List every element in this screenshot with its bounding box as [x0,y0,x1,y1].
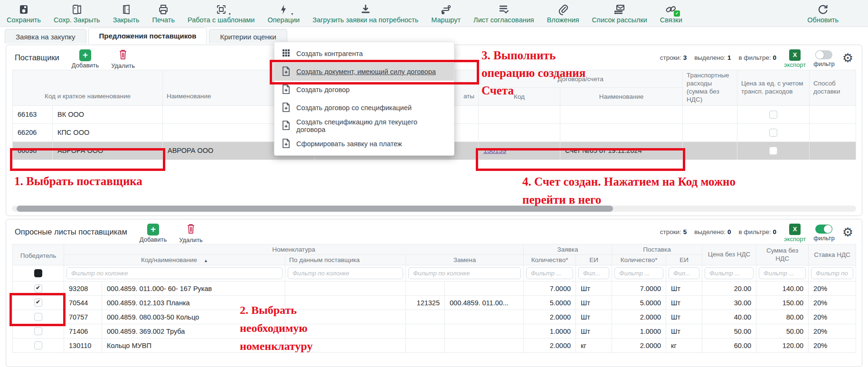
rows-count: 3 [683,54,687,61]
col-supply-unit[interactable]: ЕИ [666,255,702,265]
selected-count: 1 [727,54,731,61]
tab-supplier-offers[interactable]: Предложения поставщиков [88,28,208,44]
save-close-icon [71,3,83,15]
toggle-off-icon [815,50,832,59]
invoice-code-link[interactable]: 130139 [483,147,506,154]
save-icon [18,3,29,15]
price-include-checkbox[interactable] [769,129,777,137]
col-price-with-transport[interactable]: Цена за ед. с учетом трансп. расходов [737,70,810,106]
filter-input-code-name[interactable] [66,267,283,279]
filter-input-price[interactable] [705,267,754,279]
filter-toggle-on[interactable]: фильтр [813,225,834,242]
quote-row[interactable]: 70544000.4859. 012.103 Планка 121325000.… [13,296,856,310]
settings-gear-icon[interactable]: ⚙ [842,52,853,64]
winner-checkbox[interactable] [34,284,42,292]
printer-icon [158,3,169,15]
print-button[interactable]: Печать [152,3,175,24]
filter-input-supply-unit[interactable] [669,267,699,279]
col-group-request: Заявка [524,245,612,255]
delete-supplier-button[interactable]: Удалить [111,48,135,69]
mailing-list-button[interactable]: Список рассылки [592,3,647,24]
filter-input-supply-qty[interactable] [614,267,663,279]
templates-button[interactable]: ▾ Работа с шаблонами [188,3,255,24]
toggle-on-icon [815,225,832,234]
col-replacement[interactable]: Замена [406,255,524,265]
col-contract-name[interactable]: Наименование [560,88,683,105]
grid-icon [282,49,290,58]
door-icon [121,3,132,15]
menu-item-create-contract[interactable]: Создать договор [274,81,454,99]
export-button[interactable]: X экспорт [784,224,806,243]
selected-count: 0 [727,228,731,235]
menu-item-create-spec-current-contract[interactable]: Создать спецификацию для текущего догово… [274,117,454,135]
quote-row[interactable]: 93208000.4859. 011.000- 60- 167 Рукав 7.… [13,282,856,296]
filter-input-vat[interactable] [811,267,853,279]
menu-item-create-contract-force-document[interactable]: Создать документ, имеющий силу договора [274,63,454,81]
add-supplier-button[interactable]: + Добавить [72,49,99,69]
tab-purchase-request[interactable]: Заявка на закупку [5,29,86,44]
settings-gear-icon[interactable]: ⚙ [842,226,853,238]
col-code-short-name[interactable]: Код и краткое наименование [13,70,163,106]
approval-sheet-button[interactable]: Лист согласования [473,3,534,24]
attachments-button[interactable]: Вложения [547,3,579,24]
col-group-supply: Поставка [612,245,702,255]
quote-row[interactable]: 70757000.4859. 080.003-50 Кольцо 2.0000Ш… [13,310,856,324]
horizontal-scrollbar[interactable] [12,206,856,212]
operations-button[interactable]: ▾ Операции [267,3,300,24]
winner-checkbox[interactable] [34,327,42,335]
links-button[interactable]: ✓ Связки [660,3,682,24]
save-button[interactable]: Сохранить [7,3,41,24]
col-transport-costs[interactable]: Транспортные расходы (сумма без НДС) [683,70,737,106]
lightning-icon: ▾ [278,3,289,15]
menu-item-create-counterparty[interactable]: Создать контрагента [274,45,454,63]
check-badge-icon: ✓ [674,10,680,17]
export-button[interactable]: X экспорт [784,49,806,68]
route-button[interactable]: Маршрут [431,3,461,24]
price-include-checkbox[interactable] [769,147,777,155]
col-request-unit[interactable]: ЕИ [576,255,612,265]
document-plus-icon [282,85,290,95]
col-contract-code[interactable]: Код [479,88,560,105]
col-sum-no-vat[interactable]: Сумма без НДС [756,245,809,265]
col-by-supplier[interactable]: По данным поставщика [285,255,406,265]
col-price-no-vat[interactable]: Цена без НДС [702,245,756,265]
excel-icon: X [789,224,801,235]
load-requests-button[interactable]: Загрузить заявки на потребность [312,3,418,24]
refresh-button[interactable]: Обновить [807,3,839,24]
quote-row[interactable]: 71406000.4859. 369.002 Труба 1.0000Шт 1.… [13,324,856,339]
document-plus-icon [282,139,290,150]
delete-quote-button[interactable]: Удалить [179,223,203,244]
main-toolbar: Сохранить Сохр. Закрыть Закрыть Печать ▾… [0,0,868,27]
filter-input-sum[interactable] [759,267,806,279]
select-all-checkbox[interactable] [34,269,42,277]
col-request-qty[interactable]: Количество* [524,255,576,265]
filter-input-replacement[interactable] [408,267,521,279]
menu-item-create-payment-request[interactable]: Сформировать заявку на платеж [274,135,454,153]
filter-input-request-qty[interactable] [526,267,573,279]
operations-dropdown-menu: Создать контрагента Создать документ, им… [274,42,454,156]
close-button[interactable]: Закрыть [113,3,140,24]
price-include-checkbox[interactable] [769,111,777,119]
suppliers-title: Поставщики [15,53,59,62]
winner-checkbox[interactable] [34,299,42,307]
menu-item-create-contract-with-spec[interactable]: Создать договор со спецификацией [274,99,454,117]
list-check-icon [498,3,509,15]
save-close-button[interactable]: Сохр. Закрыть [54,3,100,24]
scrollbar-thumb[interactable] [17,206,613,212]
col-winner[interactable]: Победитель [13,245,64,265]
filter-input-by-supplier[interactable] [288,267,403,279]
col-delivery-method[interactable]: Способ доставки [810,70,856,106]
col-code-name[interactable]: Код/наименование▲ [64,255,285,265]
filter-toggle[interactable]: фильтр [813,50,834,67]
add-quote-button[interactable]: + Добавить [140,224,167,243]
filter-input-request-unit[interactable] [578,267,609,279]
col-vat-rate[interactable]: Ставка НДС [809,245,856,265]
quote-row[interactable]: 130110Кольцо МУВП 2.0000кг 2.0000кг 60.0… [13,339,856,353]
quote-sheets-title: Опросные листы поставщикам [15,227,127,236]
trash-icon [118,48,128,62]
col-supply-qty[interactable]: Количество* [612,255,666,265]
chain-links-icon: ✓ [665,3,677,15]
winner-checkbox[interactable] [34,313,42,321]
winner-checkbox[interactable] [34,341,42,349]
quote-sheets-header: Опросные листы поставщикам + Добавить Уд… [6,219,862,244]
